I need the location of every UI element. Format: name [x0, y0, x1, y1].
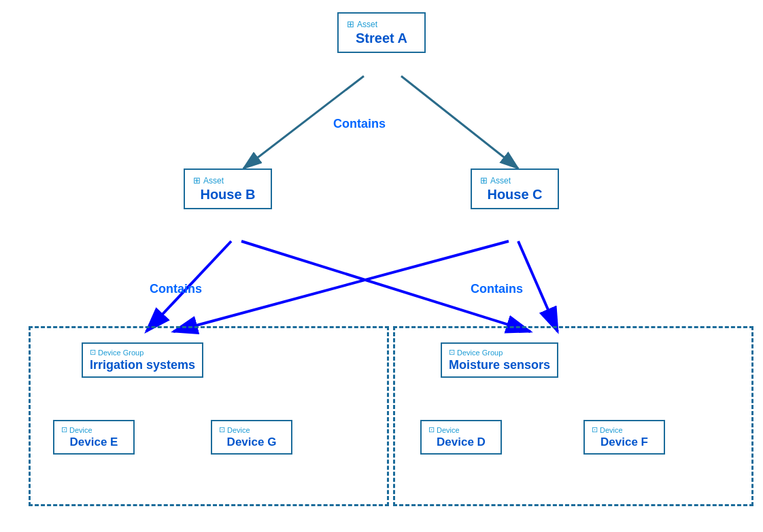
svg-line-6 — [173, 241, 509, 332]
irrigation-label-prefix: ⊡ Device Group — [90, 348, 195, 357]
diagram-container: ⊞ Asset Street A Contains ⊞ Asset House … — [0, 0, 763, 532]
street-a-label-prefix: ⊞ Asset — [347, 19, 416, 29]
moisture-title: Moisture sensors — [449, 358, 550, 372]
node-device-e: ⊡ Device Device E — [53, 420, 135, 455]
node-moisture-group: ⊡ Device Group Moisture sensors — [441, 342, 558, 378]
node-device-g: ⊡ Device Device G — [211, 420, 292, 455]
moisture-icon: ⊡ — [449, 348, 455, 357]
device-f-icon: ⊡ — [592, 425, 598, 434]
house-c-title: House C — [480, 187, 549, 202]
house-c-label-prefix: ⊞ Asset — [480, 175, 549, 185]
node-irrigation-group: ⊡ Device Group Irrigation systems — [82, 342, 203, 378]
device-g-icon: ⊡ — [219, 425, 225, 434]
street-a-icon: ⊞ — [347, 19, 354, 29]
svg-line-7 — [518, 241, 558, 332]
house-b-title: House B — [193, 187, 262, 202]
device-e-label-prefix: ⊡ Device — [61, 425, 126, 434]
house-b-label-prefix: ⊞ Asset — [193, 175, 262, 185]
device-g-label-prefix: ⊡ Device — [219, 425, 284, 434]
device-d-icon: ⊡ — [428, 425, 435, 434]
node-device-d: ⊡ Device Device D — [420, 420, 502, 455]
svg-line-3 — [401, 76, 518, 169]
street-a-title: Street A — [347, 31, 416, 46]
node-device-f: ⊡ Device Device F — [583, 420, 665, 455]
house-b-icon: ⊞ — [193, 175, 201, 185]
device-d-label-prefix: ⊡ Device — [428, 425, 494, 434]
irrigation-title: Irrigation systems — [90, 358, 195, 372]
node-street-a: ⊞ Asset Street A — [337, 12, 426, 53]
device-f-title: Device F — [592, 436, 657, 449]
device-d-title: Device D — [428, 436, 494, 449]
irrigation-icon: ⊡ — [90, 348, 96, 357]
node-house-c: ⊞ Asset House C — [471, 169, 559, 209]
contains-label-left: Contains — [150, 282, 202, 296]
moisture-label-prefix: ⊡ Device Group — [449, 348, 550, 357]
node-house-b: ⊞ Asset House B — [184, 169, 272, 209]
device-g-title: Device G — [219, 436, 284, 449]
house-c-icon: ⊞ — [480, 175, 488, 185]
device-e-title: Device E — [61, 436, 126, 449]
contains-label-right: Contains — [471, 282, 523, 296]
device-e-icon: ⊡ — [61, 425, 67, 434]
contains-label-top: Contains — [333, 117, 386, 131]
device-f-label-prefix: ⊡ Device — [592, 425, 657, 434]
